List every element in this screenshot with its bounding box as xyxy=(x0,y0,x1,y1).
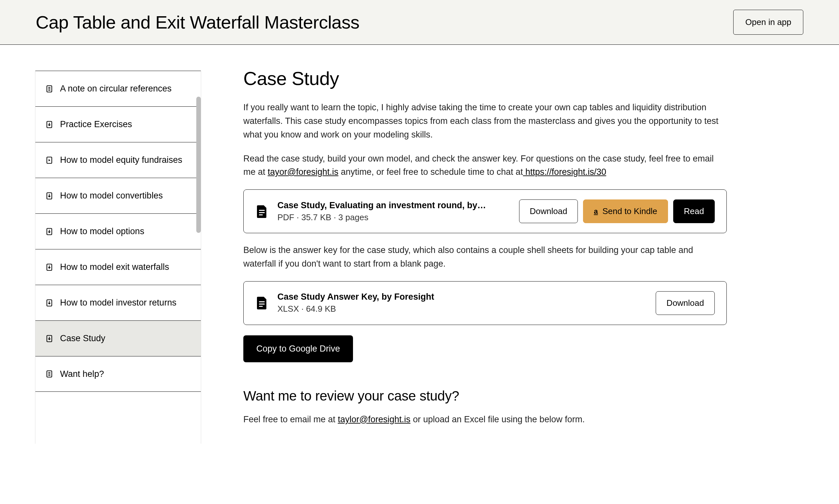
file-meta: PDF · 35.7 KB · 3 pages xyxy=(278,212,510,222)
scrollbar-thumb[interactable] xyxy=(196,97,201,233)
sidebar-item[interactable]: How to model equity fundraises xyxy=(35,142,201,178)
file-info: Case Study Answer Key, by Foresight XLSX… xyxy=(278,292,647,314)
file-meta: XLSX · 64.9 KB xyxy=(278,304,647,314)
review-suffix-text: or upload an Excel file using the below … xyxy=(410,414,585,424)
file-actions: Download xyxy=(656,291,715,315)
download-button[interactable]: Download xyxy=(519,199,578,223)
download-button[interactable]: Download xyxy=(656,291,715,315)
download-icon xyxy=(45,227,54,236)
sidebar-item[interactable]: Want help? xyxy=(35,356,201,392)
read-mid-text: anytime, or feel free to schedule time t… xyxy=(338,167,523,177)
sidebar-item[interactable]: Case Study xyxy=(35,320,201,356)
sidebar-item-label: How to model equity fundraises xyxy=(60,154,182,166)
sidebar-item[interactable]: A note on circular references xyxy=(35,71,201,106)
sidebar-item[interactable]: How to model options xyxy=(35,213,201,249)
send-to-kindle-button[interactable]: a Send to Kindle xyxy=(583,199,668,223)
download-icon xyxy=(45,335,54,343)
header: Cap Table and Exit Waterfall Masterclass… xyxy=(0,0,839,45)
download-icon xyxy=(45,120,54,129)
sidebar-item-label: How to model convertibles xyxy=(60,190,163,201)
sidebar-item[interactable]: How to model convertibles xyxy=(35,178,201,213)
review-paragraph: Feel free to email me at taylor@foresigh… xyxy=(243,413,727,427)
intro-paragraph: If you really want to learn the topic, I… xyxy=(243,101,727,142)
sidebar-item-label: How to model investor returns xyxy=(60,297,177,308)
amazon-icon: a xyxy=(594,207,597,216)
sidebar-item-label: How to model exit waterfalls xyxy=(60,261,169,273)
file-icon xyxy=(255,295,268,310)
sidebar-item-label: Practice Exercises xyxy=(60,119,132,130)
download-icon xyxy=(45,263,54,271)
review-heading: Want me to review your case study? xyxy=(243,388,727,404)
sidebar-item-label: How to model options xyxy=(60,226,144,237)
read-paragraph: Read the case study, build your own mode… xyxy=(243,152,727,179)
sidebar-item-label: A note on circular references xyxy=(60,83,172,94)
page-title: Case Study xyxy=(243,68,727,89)
kindle-label: Send to Kindle xyxy=(603,206,657,216)
file-icon xyxy=(255,204,268,219)
download-icon xyxy=(45,299,54,307)
sidebar-item-label: Case Study xyxy=(60,332,105,344)
review-prefix-text: Feel free to email me at xyxy=(243,414,338,424)
file-card-answer-key: Case Study Answer Key, by Foresight XLSX… xyxy=(243,281,727,325)
course-title: Cap Table and Exit Waterfall Masterclass xyxy=(36,12,359,33)
file-title: Case Study, Evaluating an investment rou… xyxy=(278,200,510,211)
doc-icon xyxy=(45,85,54,93)
sidebar-item-label: Want help? xyxy=(60,368,104,380)
copy-to-google-drive-button[interactable]: Copy to Google Drive xyxy=(243,335,353,362)
schedule-link[interactable]: https://foresight.is/30 xyxy=(523,167,606,177)
answer-intro-paragraph: Below is the answer key for the case stu… xyxy=(243,244,727,271)
sidebar-item[interactable]: How to model investor returns xyxy=(35,285,201,320)
sidebar-item[interactable]: Practice Exercises xyxy=(35,106,201,142)
read-button[interactable]: Read xyxy=(673,199,715,223)
file-actions: Download a Send to Kindle Read xyxy=(519,199,715,223)
download-icon xyxy=(45,192,54,200)
file-info: Case Study, Evaluating an investment rou… xyxy=(278,200,510,222)
play-icon xyxy=(45,156,54,164)
file-title: Case Study Answer Key, by Foresight xyxy=(278,292,647,302)
contact-email-link[interactable]: tayor@foresight.is xyxy=(268,167,338,177)
doc-icon xyxy=(45,370,54,378)
review-email-link[interactable]: taylor@foresight.is xyxy=(338,414,410,424)
file-card-case-study: Case Study, Evaluating an investment rou… xyxy=(243,190,727,233)
sidebar-item[interactable]: How to model exit waterfalls xyxy=(35,249,201,285)
open-in-app-button[interactable]: Open in app xyxy=(733,10,803,35)
sidebar: A note on circular referencesPractice Ex… xyxy=(35,71,201,444)
main-content: Case Study If you really want to learn t… xyxy=(201,45,772,456)
